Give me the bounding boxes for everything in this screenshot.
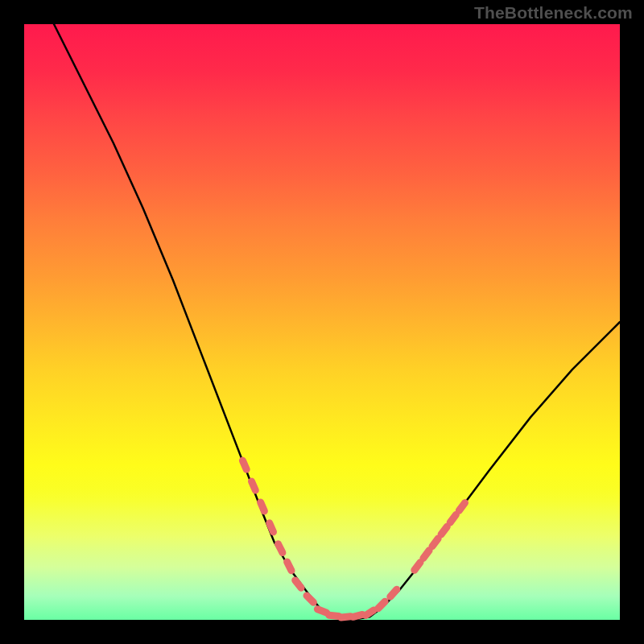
marker-dash: [378, 601, 385, 608]
marker-dash: [441, 526, 447, 535]
marker-dash: [279, 544, 283, 553]
marker-dash: [307, 596, 313, 602]
marker-dash: [432, 539, 438, 547]
marker-dash: [423, 551, 429, 559]
marker-dash: [415, 563, 420, 571]
bottleneck-curve-line: [54, 24, 620, 620]
marker-dash: [242, 460, 246, 469]
attribution-label: TheBottleneck.com: [474, 3, 633, 23]
marker-dash: [252, 481, 256, 490]
highlighted-markers: [242, 460, 464, 617]
marker-dash: [459, 503, 464, 511]
marker-dash: [261, 502, 265, 511]
marker-dash: [317, 609, 326, 613]
marker-dash: [390, 589, 397, 597]
marker-dash: [287, 562, 291, 571]
bottleneck-chart: [24, 24, 620, 620]
marker-dash: [365, 610, 374, 616]
marker-dash: [329, 615, 339, 616]
marker-dash: [295, 580, 301, 588]
marker-dash: [341, 617, 351, 617]
marker-dash: [450, 514, 456, 522]
marker-dash: [270, 523, 274, 532]
marker-dash: [353, 614, 363, 617]
